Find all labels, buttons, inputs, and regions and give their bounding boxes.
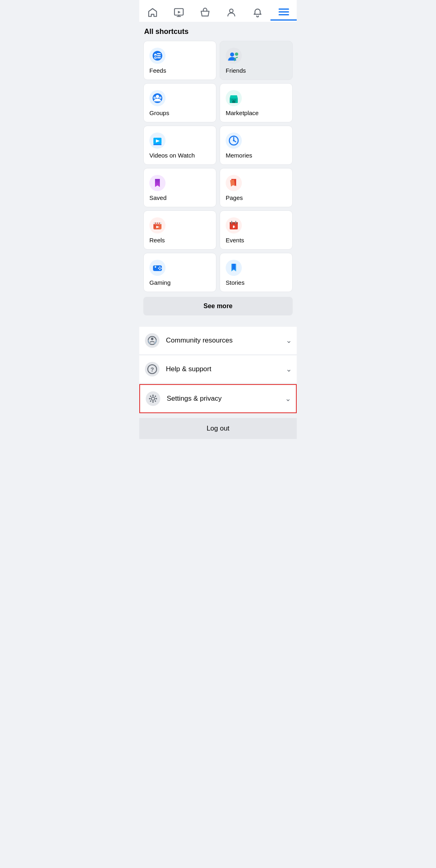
svg-point-42 xyxy=(157,223,158,224)
svg-rect-72 xyxy=(153,401,154,403)
community-resources-section[interactable]: Community resources ⌄ xyxy=(139,327,297,355)
shortcut-groups[interactable]: Groups xyxy=(143,83,216,122)
nav-watch[interactable] xyxy=(166,4,192,22)
shortcut-friends[interactable]: Friends xyxy=(220,41,293,80)
see-more-button[interactable]: See more xyxy=(143,297,293,315)
nav-marketplace[interactable] xyxy=(192,4,218,22)
svg-point-11 xyxy=(155,55,156,57)
shortcut-gaming[interactable]: Gaming xyxy=(143,253,216,292)
shortcuts-grid: Feeds Friends xyxy=(143,41,293,292)
gaming-icon xyxy=(149,260,166,276)
groups-label: Groups xyxy=(149,109,169,116)
svg-point-20 xyxy=(153,97,156,99)
shortcut-saved[interactable]: Saved xyxy=(143,168,216,207)
svg-rect-74 xyxy=(155,398,157,399)
stories-icon xyxy=(226,260,242,276)
main-content: All shortcuts Feeds xyxy=(139,23,297,324)
groups-icon xyxy=(149,90,166,106)
nav-notifications[interactable] xyxy=(244,4,270,22)
help-support-label: Help & support xyxy=(166,365,211,373)
svg-text:?: ? xyxy=(151,366,154,373)
marketplace-icon xyxy=(226,90,242,106)
events-label: Events xyxy=(226,237,244,244)
svg-point-16 xyxy=(235,53,238,56)
shortcut-events[interactable]: Events xyxy=(220,210,293,250)
help-support-section[interactable]: ? Help & support ⌄ xyxy=(139,355,297,383)
marketplace-label: Marketplace xyxy=(226,109,259,116)
shortcut-feeds[interactable]: Feeds xyxy=(143,41,216,80)
help-support-icon: ? xyxy=(144,361,160,377)
community-resources-label: Community resources xyxy=(166,336,233,345)
friends-icon xyxy=(226,48,242,64)
svg-point-43 xyxy=(159,223,160,224)
svg-rect-26 xyxy=(234,99,236,101)
reels-label: Reels xyxy=(149,237,165,244)
shortcut-reels[interactable]: Reels xyxy=(143,210,216,250)
shortcut-pages[interactable]: Pages xyxy=(220,168,293,207)
svg-rect-47 xyxy=(230,222,238,224)
svg-marker-1 xyxy=(178,11,180,14)
pages-label: Pages xyxy=(226,194,243,201)
nav-profile[interactable] xyxy=(218,4,244,22)
events-icon xyxy=(226,217,242,233)
svg-point-62 xyxy=(145,333,159,348)
svg-point-21 xyxy=(159,97,161,99)
svg-point-60 xyxy=(159,269,161,270)
videos-on-watch-label: Videos on Watch xyxy=(149,152,195,159)
community-resources-icon xyxy=(144,332,160,349)
svg-point-64 xyxy=(151,338,153,340)
settings-privacy-icon xyxy=(145,391,161,407)
shortcuts-title: All shortcuts xyxy=(143,27,293,36)
shortcut-videos-on-watch[interactable]: Videos on Watch xyxy=(143,126,216,165)
svg-point-41 xyxy=(155,223,156,224)
nav-home[interactable] xyxy=(139,4,166,22)
reels-icon xyxy=(149,217,166,233)
help-support-chevron: ⌄ xyxy=(286,365,292,374)
svg-point-19 xyxy=(156,95,159,98)
memories-label: Memories xyxy=(226,152,252,159)
feeds-icon xyxy=(149,48,166,64)
svg-point-4 xyxy=(229,9,233,13)
shortcut-memories[interactable]: Memories xyxy=(220,126,293,165)
svg-point-13 xyxy=(155,57,156,59)
svg-point-15 xyxy=(230,53,234,57)
svg-point-70 xyxy=(152,397,154,400)
memories-icon xyxy=(226,132,242,149)
logout-button[interactable]: Log out xyxy=(139,418,297,439)
svg-rect-71 xyxy=(153,395,154,396)
nav-menu[interactable] xyxy=(270,5,297,21)
settings-privacy-section[interactable]: Settings & privacy ⌄ xyxy=(139,384,297,413)
shortcut-marketplace[interactable]: Marketplace xyxy=(220,83,293,122)
svg-point-59 xyxy=(161,268,162,269)
saved-label: Saved xyxy=(149,194,167,201)
stories-label: Stories xyxy=(226,279,245,286)
saved-icon xyxy=(149,175,166,191)
svg-point-58 xyxy=(158,268,159,269)
feeds-label: Feeds xyxy=(149,67,166,74)
svg-point-35 xyxy=(233,140,235,141)
menu-icon xyxy=(279,8,289,15)
svg-rect-73 xyxy=(149,398,151,399)
pages-icon xyxy=(226,175,242,191)
svg-rect-25 xyxy=(231,99,233,101)
videos-on-watch-icon xyxy=(149,132,166,149)
friends-label: Friends xyxy=(226,67,246,74)
gaming-label: Gaming xyxy=(149,279,171,286)
community-resources-chevron: ⌄ xyxy=(286,336,292,345)
settings-privacy-label: Settings & privacy xyxy=(167,395,222,403)
top-navigation xyxy=(139,0,297,23)
svg-point-57 xyxy=(159,267,161,268)
shortcut-stories[interactable]: Stories xyxy=(220,253,293,292)
settings-privacy-chevron: ⌄ xyxy=(285,394,291,403)
